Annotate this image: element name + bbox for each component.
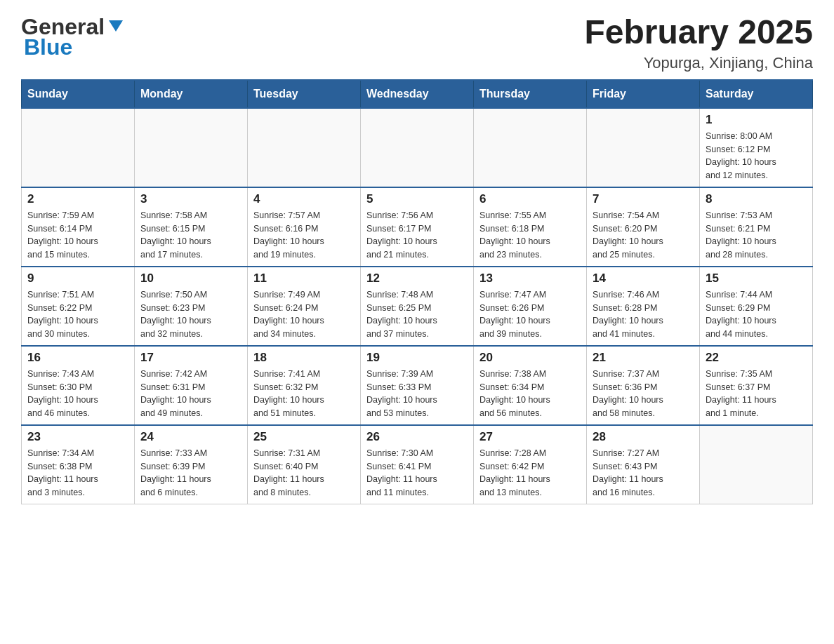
day-number: 1 (706, 113, 807, 127)
calendar-cell: 3Sunrise: 7:58 AMSunset: 6:15 PMDaylight… (135, 187, 248, 267)
calendar-cell: 27Sunrise: 7:28 AMSunset: 6:42 PMDayligh… (474, 425, 587, 504)
day-info: Sunrise: 7:48 AMSunset: 6:25 PMDaylight:… (366, 288, 468, 341)
calendar-week-row: 9Sunrise: 7:51 AMSunset: 6:22 PMDaylight… (22, 267, 813, 346)
calendar-cell: 28Sunrise: 7:27 AMSunset: 6:43 PMDayligh… (587, 425, 700, 504)
day-number: 11 (253, 271, 355, 286)
calendar-cell (135, 108, 248, 187)
calendar-cell: 11Sunrise: 7:49 AMSunset: 6:24 PMDayligh… (248, 267, 361, 346)
weekday-header-tuesday: Tuesday (248, 80, 361, 108)
day-number: 23 (27, 430, 128, 444)
weekday-header-thursday: Thursday (474, 80, 587, 108)
day-number: 7 (593, 192, 694, 206)
day-number: 24 (140, 430, 241, 444)
calendar-week-row: 1Sunrise: 8:00 AMSunset: 6:12 PMDaylight… (22, 108, 813, 187)
day-info: Sunrise: 7:57 AMSunset: 6:16 PMDaylight:… (253, 209, 355, 262)
day-number: 26 (366, 430, 468, 444)
logo: General Blue (21, 14, 126, 60)
calendar-cell (474, 108, 587, 187)
calendar-cell (361, 108, 474, 187)
calendar-cell: 4Sunrise: 7:57 AMSunset: 6:16 PMDaylight… (248, 187, 361, 267)
day-number: 3 (140, 192, 241, 206)
calendar-cell: 14Sunrise: 7:46 AMSunset: 6:28 PMDayligh… (587, 267, 700, 346)
weekday-header-sunday: Sunday (22, 80, 135, 108)
day-info: Sunrise: 7:50 AMSunset: 6:23 PMDaylight:… (140, 288, 241, 341)
calendar-cell: 26Sunrise: 7:30 AMSunset: 6:41 PMDayligh… (361, 425, 474, 504)
calendar-week-row: 23Sunrise: 7:34 AMSunset: 6:38 PMDayligh… (22, 425, 813, 504)
calendar-cell: 5Sunrise: 7:56 AMSunset: 6:17 PMDaylight… (361, 187, 474, 267)
day-number: 22 (706, 351, 807, 365)
day-info: Sunrise: 7:47 AMSunset: 6:26 PMDaylight:… (479, 288, 581, 341)
day-number: 12 (366, 271, 468, 286)
weekday-header-wednesday: Wednesday (361, 80, 474, 108)
day-number: 15 (706, 271, 807, 286)
day-number: 5 (366, 192, 468, 206)
day-info: Sunrise: 7:51 AMSunset: 6:22 PMDaylight:… (27, 288, 128, 341)
calendar-cell: 2Sunrise: 7:59 AMSunset: 6:14 PMDaylight… (22, 187, 135, 267)
day-info: Sunrise: 7:27 AMSunset: 6:43 PMDaylight:… (593, 447, 694, 499)
weekday-header-saturday: Saturday (700, 80, 813, 108)
calendar-cell (700, 425, 813, 504)
day-info: Sunrise: 7:42 AMSunset: 6:31 PMDaylight:… (140, 368, 241, 420)
day-number: 19 (366, 351, 468, 365)
calendar-cell: 18Sunrise: 7:41 AMSunset: 6:32 PMDayligh… (248, 346, 361, 425)
day-number: 27 (479, 430, 581, 444)
page-header: General Blue February 2025 Yopurga, Xinj… (21, 14, 813, 72)
day-number: 17 (140, 351, 241, 365)
calendar-table: SundayMondayTuesdayWednesdayThursdayFrid… (21, 79, 813, 504)
calendar-cell: 23Sunrise: 7:34 AMSunset: 6:38 PMDayligh… (22, 425, 135, 504)
calendar-cell: 21Sunrise: 7:37 AMSunset: 6:36 PMDayligh… (587, 346, 700, 425)
calendar-cell: 12Sunrise: 7:48 AMSunset: 6:25 PMDayligh… (361, 267, 474, 346)
calendar-header-row: SundayMondayTuesdayWednesdayThursdayFrid… (22, 80, 813, 108)
day-number: 6 (479, 192, 581, 206)
day-info: Sunrise: 7:30 AMSunset: 6:41 PMDaylight:… (366, 447, 468, 499)
calendar-cell: 13Sunrise: 7:47 AMSunset: 6:26 PMDayligh… (474, 267, 587, 346)
calendar-cell: 9Sunrise: 7:51 AMSunset: 6:22 PMDaylight… (22, 267, 135, 346)
calendar-week-row: 16Sunrise: 7:43 AMSunset: 6:30 PMDayligh… (22, 346, 813, 425)
calendar-week-row: 2Sunrise: 7:59 AMSunset: 6:14 PMDaylight… (22, 187, 813, 267)
calendar-cell: 8Sunrise: 7:53 AMSunset: 6:21 PMDaylight… (700, 187, 813, 267)
day-number: 25 (253, 430, 355, 444)
calendar-subtitle: Yopurga, Xinjiang, China (584, 54, 813, 72)
calendar-title: February 2025 (584, 14, 813, 51)
calendar-cell: 22Sunrise: 7:35 AMSunset: 6:37 PMDayligh… (700, 346, 813, 425)
calendar-cell: 19Sunrise: 7:39 AMSunset: 6:33 PMDayligh… (361, 346, 474, 425)
day-info: Sunrise: 7:31 AMSunset: 6:40 PMDaylight:… (253, 447, 355, 499)
day-info: Sunrise: 7:41 AMSunset: 6:32 PMDaylight:… (253, 368, 355, 420)
calendar-cell: 1Sunrise: 8:00 AMSunset: 6:12 PMDaylight… (700, 108, 813, 187)
day-number: 9 (27, 271, 128, 286)
calendar-cell (22, 108, 135, 187)
weekday-header-monday: Monday (135, 80, 248, 108)
day-number: 21 (593, 351, 694, 365)
day-info: Sunrise: 7:54 AMSunset: 6:20 PMDaylight:… (593, 209, 694, 262)
day-number: 16 (27, 351, 128, 365)
calendar-cell: 25Sunrise: 7:31 AMSunset: 6:40 PMDayligh… (248, 425, 361, 504)
day-info: Sunrise: 7:58 AMSunset: 6:15 PMDaylight:… (140, 209, 241, 262)
calendar-cell: 20Sunrise: 7:38 AMSunset: 6:34 PMDayligh… (474, 346, 587, 425)
calendar-cell (587, 108, 700, 187)
day-info: Sunrise: 8:00 AMSunset: 6:12 PMDaylight:… (706, 130, 807, 182)
day-number: 28 (593, 430, 694, 444)
day-info: Sunrise: 7:28 AMSunset: 6:42 PMDaylight:… (479, 447, 581, 499)
day-info: Sunrise: 7:37 AMSunset: 6:36 PMDaylight:… (593, 368, 694, 420)
calendar-cell: 7Sunrise: 7:54 AMSunset: 6:20 PMDaylight… (587, 187, 700, 267)
day-info: Sunrise: 7:59 AMSunset: 6:14 PMDaylight:… (27, 209, 128, 262)
weekday-header-friday: Friday (587, 80, 700, 108)
day-number: 8 (706, 192, 807, 206)
calendar-cell: 24Sunrise: 7:33 AMSunset: 6:39 PMDayligh… (135, 425, 248, 504)
day-info: Sunrise: 7:43 AMSunset: 6:30 PMDaylight:… (27, 368, 128, 420)
day-number: 4 (253, 192, 355, 206)
day-info: Sunrise: 7:33 AMSunset: 6:39 PMDaylight:… (140, 447, 241, 499)
day-info: Sunrise: 7:56 AMSunset: 6:17 PMDaylight:… (366, 209, 468, 262)
calendar-cell: 6Sunrise: 7:55 AMSunset: 6:18 PMDaylight… (474, 187, 587, 267)
day-info: Sunrise: 7:49 AMSunset: 6:24 PMDaylight:… (253, 288, 355, 341)
day-info: Sunrise: 7:46 AMSunset: 6:28 PMDaylight:… (593, 288, 694, 341)
day-number: 13 (479, 271, 581, 286)
day-info: Sunrise: 7:38 AMSunset: 6:34 PMDaylight:… (479, 368, 581, 420)
day-info: Sunrise: 7:39 AMSunset: 6:33 PMDaylight:… (366, 368, 468, 420)
day-number: 10 (140, 271, 241, 286)
svg-marker-0 (109, 20, 123, 32)
day-number: 2 (27, 192, 128, 206)
logo-arrow-icon (106, 16, 126, 36)
logo-blue-text: Blue (24, 34, 72, 60)
calendar-cell: 16Sunrise: 7:43 AMSunset: 6:30 PMDayligh… (22, 346, 135, 425)
